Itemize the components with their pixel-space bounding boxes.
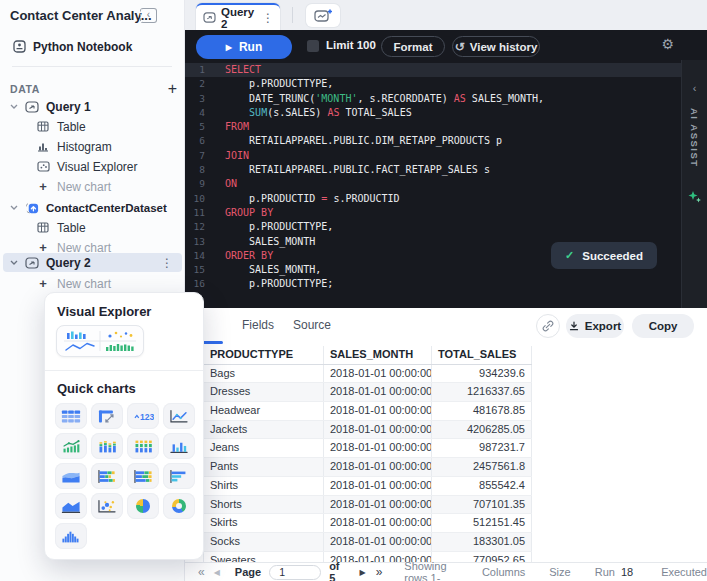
table-row[interactable]: Jackets2018-01-01 00:00:004206285.05	[204, 421, 532, 440]
export-button[interactable]: Export	[566, 314, 624, 338]
table-row[interactable]: Sweaters2018-01-01 00:00:00770952.65	[204, 552, 532, 562]
table-row[interactable]: Dresses2018-01-01 00:00:001216337.65	[204, 383, 532, 402]
quick-chart-combo-chart-icon[interactable]	[55, 433, 87, 459]
line-number: 7	[185, 149, 215, 163]
code-line[interactable]: 16 p.PRODUCTTYPE;	[185, 277, 681, 291]
page-number-input[interactable]	[269, 565, 321, 580]
table-row[interactable]: Headwear2018-01-01 00:00:00481678.85	[204, 402, 532, 421]
code-line[interactable]: 1SELECT	[185, 63, 681, 77]
ai-sparkle-icon[interactable]	[688, 190, 701, 203]
quick-chart-single-value-icon[interactable]: 123	[127, 403, 159, 429]
data-section-header: DATA +	[10, 82, 177, 96]
line-number: 11	[185, 206, 215, 220]
link-button[interactable]	[536, 314, 560, 338]
sidebar-item-new-chart-query1[interactable]: + New chart	[0, 177, 185, 196]
sidebar-item-query2-selected[interactable]: Query 2 ⋮	[3, 253, 182, 272]
line-number: 2	[185, 77, 215, 91]
tab-source[interactable]: Source	[293, 318, 331, 332]
quick-chart-line-chart-icon[interactable]	[163, 403, 195, 429]
notebook-icon	[12, 40, 26, 53]
line-number: 3	[185, 92, 215, 106]
next-page-icon[interactable]: ▶	[360, 568, 366, 577]
quick-chart-stacked-column-icon[interactable]	[91, 433, 123, 459]
code-line[interactable]: 3 DATE_TRUNC('MONTH', s.RECORDDATE) AS S…	[185, 92, 681, 106]
sidebar-item-python-notebook[interactable]: Python Notebook	[0, 37, 185, 56]
limit-checkbox[interactable]	[307, 40, 319, 52]
quick-chart-grouped-column-icon[interactable]	[127, 433, 159, 459]
limit-label: Limit 100	[326, 39, 376, 51]
columns-label[interactable]: Columns	[482, 566, 525, 578]
quick-chart-bar-chart-icon[interactable]	[163, 463, 195, 489]
column-header[interactable]: PRODUCTTYPE	[204, 346, 324, 364]
table-row[interactable]: Shirts2018-01-01 00:00:00855542.4	[204, 477, 532, 496]
run-button[interactable]: ▶ Run	[196, 35, 292, 59]
table-row[interactable]: Skirts2018-01-01 00:00:00512151.45	[204, 514, 532, 533]
line-number: 16	[185, 277, 215, 291]
code-line[interactable]: 6 RETAILAPPAREL.PUBLIC.DIM_RETAPP_PRODUC…	[185, 134, 681, 148]
quick-chart-pivot-table-icon[interactable]	[91, 403, 123, 429]
code-line[interactable]: 4 SUM(s.SALES) AS TOTAL_SALES	[185, 106, 681, 120]
previous-page-icon[interactable]: ◀	[214, 568, 220, 577]
code-line[interactable]: 8 RETAILAPPAREL.PUBLIC.FACT_RETAPP_SALES…	[185, 163, 681, 177]
quick-chart-pie-chart-icon[interactable]	[127, 493, 159, 519]
first-page-icon[interactable]: «	[198, 565, 205, 579]
add-data-button[interactable]: +	[168, 82, 177, 96]
size-label[interactable]: Size	[549, 566, 570, 578]
chevron-down-icon[interactable]	[10, 104, 19, 109]
rail-collapse-icon[interactable]: ‹	[693, 82, 697, 94]
table-row[interactable]: Socks2018-01-01 00:00:00183301.05	[204, 533, 532, 552]
code-line[interactable]: 2 p.PRODUCTTYPE,	[185, 77, 681, 91]
code-line[interactable]: 7JOIN	[185, 149, 681, 163]
table-row[interactable]: Shorts2018-01-01 00:00:00707101.35	[204, 496, 532, 515]
quick-chart-donut-chart-icon[interactable]	[163, 493, 195, 519]
sidebar-item-table-dataset[interactable]: Table	[0, 218, 185, 237]
sidebar-item-contactcenterdataset[interactable]: ContactCenterDataset	[0, 198, 185, 217]
column-header[interactable]: SALES_MONTH	[324, 346, 432, 364]
showing-rows-label: Showing rows 1-	[404, 560, 460, 581]
sidebar-item-table[interactable]: Table	[0, 117, 185, 136]
quick-chart-scatter-plot-icon[interactable]	[91, 493, 123, 519]
visual-explorer-preview-button[interactable]	[56, 325, 144, 357]
code-line[interactable]: 10 p.PRODUCTID = s.PRODUCTID	[185, 192, 681, 206]
tab-query2[interactable]: Query 2 ⋮	[196, 3, 280, 30]
quick-chart-area-chart-icon[interactable]	[55, 493, 87, 519]
sidebar-item-visual-explorer[interactable]: Visual Explorer	[0, 157, 185, 176]
table-row[interactable]: Jeans2018-01-01 00:00:00987231.7	[204, 439, 532, 458]
quick-chart-stacked-bar-100-icon[interactable]	[127, 463, 159, 489]
tab-fields[interactable]: Fields	[242, 318, 274, 332]
kebab-menu-icon[interactable]: ⋮	[161, 256, 173, 270]
code-line[interactable]: 9ON	[185, 177, 681, 191]
results-header: Fields Source Export Copy	[185, 308, 707, 344]
quick-chart-histogram-icon[interactable]	[55, 523, 87, 549]
table-icon	[36, 222, 50, 233]
play-icon: ▶	[226, 43, 232, 52]
tab-kebab-menu-icon[interactable]: ⋮	[262, 11, 274, 25]
quick-chart-stacked-area-icon[interactable]	[55, 463, 87, 489]
sidebar-item-histogram[interactable]: Histogram	[0, 137, 185, 156]
settings-gear-icon[interactable]: ⚙	[661, 36, 674, 52]
table-cell: Bags	[204, 365, 324, 383]
table-icon	[36, 121, 50, 132]
code-lines[interactable]: 1SELECT2 p.PRODUCTTYPE,3 DATE_TRUNC('MON…	[185, 63, 681, 308]
quick-chart-stacked-bar-icon[interactable]	[91, 463, 123, 489]
table-row[interactable]: Bags2018-01-01 00:00:00934239.6	[204, 365, 532, 384]
table-row[interactable]: Pants2018-01-01 00:00:002457561.8	[204, 458, 532, 477]
collapse-sidebar-icon[interactable]: ‹	[140, 8, 157, 23]
new-tab-button[interactable]	[306, 4, 340, 27]
code-line[interactable]: 5FROM	[185, 120, 681, 134]
table-cell: Dresses	[204, 383, 324, 401]
sidebar-item-new-chart-query2[interactable]: + New chart	[0, 274, 185, 293]
column-header[interactable]: TOTAL_SALES	[432, 346, 532, 364]
code-line[interactable]: 11GROUP BY	[185, 206, 681, 220]
code-line[interactable]: 12 p.PRODUCTTYPE,	[185, 220, 681, 234]
last-page-icon[interactable]: »	[376, 565, 383, 579]
format-button[interactable]: Format	[381, 36, 445, 57]
chevron-down-icon[interactable]	[10, 205, 19, 210]
chevron-down-icon[interactable]	[10, 260, 19, 265]
download-icon	[569, 321, 579, 331]
copy-button[interactable]: Copy	[632, 314, 694, 338]
sidebar-item-query1[interactable]: Query 1	[0, 97, 185, 116]
view-history-button[interactable]: ↺ View history	[452, 36, 540, 57]
quick-chart-column-chart-icon[interactable]	[163, 433, 195, 459]
quick-chart-table-icon[interactable]	[55, 403, 87, 429]
